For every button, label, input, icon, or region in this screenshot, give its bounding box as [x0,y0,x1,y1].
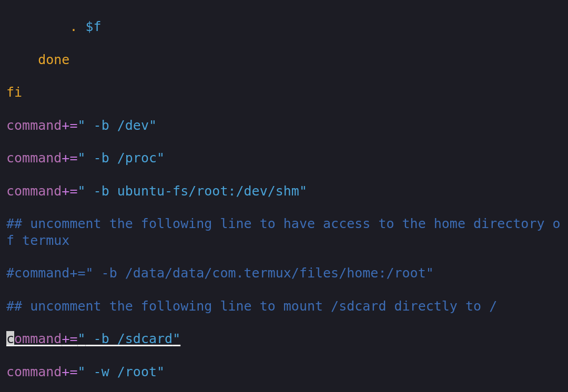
quote: " [77,331,85,346]
quote: " [77,118,85,133]
op-plus-equals: += [62,364,77,379]
op-plus-equals: += [62,183,77,199]
op-plus-equals: += [62,118,77,133]
var-command: command [6,118,62,133]
var-command: command [6,150,62,166]
indent [6,19,69,34]
quote: " [77,183,85,199]
quote: " [157,364,165,379]
cursor: c [6,331,14,346]
quote: " [299,183,307,199]
keyword-done: done [38,52,69,67]
code-line-cursor: command+=" -b /sdcard" [6,331,562,347]
op-plus-equals: += [62,150,77,166]
code-line: command+=" -b /proc" [6,150,562,166]
op-plus-equals: += [62,331,77,346]
editor-viewport[interactable]: . $f done fi command+=" -b /dev" command… [6,2,562,392]
comment-line: ## uncomment the following line to mount… [6,298,562,314]
var-command: command [6,183,62,199]
var-command: command [6,364,62,379]
keyword-fi: fi [6,85,22,100]
code-line: command+=" -w /root" [6,364,562,380]
code-line: done [6,51,562,68]
comment-line: #command+=" -b /data/data/com.termux/fil… [6,265,562,281]
comment-line: ## uncomment the following line to have … [6,215,562,249]
source-dot: . [69,19,85,34]
quote: " [149,118,157,133]
string-content: -w /root [86,364,157,379]
quote: " [173,331,180,346]
variable: $f [86,19,102,34]
quote: " [77,150,85,166]
string-content: -b /sdcard [86,331,173,346]
code-line: command+=" -b ubuntu-fs/root:/dev/shm" [6,183,562,199]
code-line: fi [6,84,562,100]
code-line: . $f [6,18,562,35]
string-content: -b /dev [86,118,149,133]
var-command: ommand [14,331,62,346]
code-line: command+=" -b /dev" [6,117,562,133]
string-content: -b ubuntu-fs/root:/dev/shm [86,183,299,199]
quote: " [77,364,85,379]
quote: " [157,150,165,166]
string-content: -b /proc [86,150,157,166]
indent [6,52,38,67]
